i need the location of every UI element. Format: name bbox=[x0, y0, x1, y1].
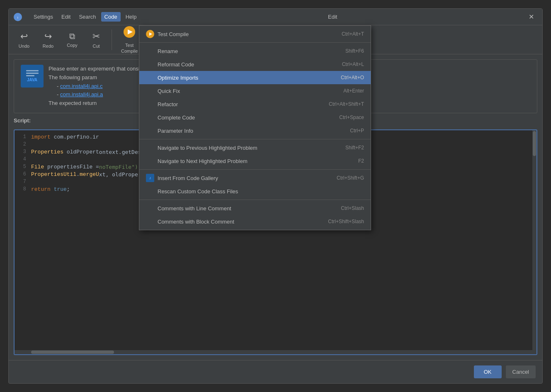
nav-next-shortcut: F2 bbox=[358, 158, 364, 164]
menu-item-quick-fix[interactable]: Quick Fix Alt+Enter bbox=[139, 84, 371, 97]
menu-edit[interactable]: Edit bbox=[58, 12, 74, 22]
block-comment-icon bbox=[146, 217, 154, 226]
refactor-shortcut: Ctrl+Alt+Shift+T bbox=[329, 101, 364, 107]
quick-fix-icon bbox=[146, 87, 154, 95]
dialog-window: i Settings Edit Search Code Help Edit ✕ … bbox=[8, 8, 543, 384]
line-comment-icon bbox=[146, 204, 154, 212]
menu-item-line-comment[interactable]: Comments with Line Comment Ctrl+Slash bbox=[139, 202, 371, 215]
close-button[interactable]: ✕ bbox=[525, 11, 537, 22]
undo-icon: ↩ bbox=[20, 31, 28, 42]
insert-gallery-shortcut: Ctrl+Shift+G bbox=[337, 175, 364, 181]
rename-label: Rename bbox=[158, 48, 337, 54]
menu-code[interactable]: Code bbox=[101, 12, 121, 22]
optimize-label: Optimize Imports bbox=[158, 75, 333, 81]
java-label: JAVA bbox=[27, 78, 37, 82]
desc-link2[interactable]: com.install4j.api.a bbox=[60, 91, 103, 97]
menu-item-parameter-info[interactable]: Parameter Info Ctrl+P bbox=[139, 124, 371, 137]
app-icon: i bbox=[14, 13, 22, 21]
undo-button[interactable]: ↩ Undo bbox=[14, 29, 34, 51]
reformat-label: Reformat Code bbox=[158, 61, 334, 68]
menu-item-rescan[interactable]: Rescan Custom Code Class Files bbox=[139, 185, 371, 198]
complete-code-label: Complete Code bbox=[158, 114, 331, 121]
rename-shortcut: Shift+F6 bbox=[345, 48, 364, 54]
menu-item-rename[interactable]: Rename Shift+F6 bbox=[139, 44, 371, 58]
cut-label: Cut bbox=[92, 44, 100, 49]
doc-line-3 bbox=[26, 75, 34, 76]
code-content-1: import com.perfino.ir bbox=[31, 134, 99, 141]
refactor-icon bbox=[146, 100, 154, 108]
undo-label: Undo bbox=[19, 44, 29, 49]
test-compile-menu-label: Test Compile bbox=[158, 31, 333, 37]
test-compile-button[interactable]: Test Compile bbox=[117, 23, 142, 56]
menu-item-test-compile[interactable]: Test Compile Ctrl+Alt+T bbox=[139, 27, 371, 41]
bottom-bar: OK Cancel bbox=[9, 360, 542, 383]
svg-text:i: i bbox=[17, 16, 18, 19]
redo-icon: ↪ bbox=[44, 31, 52, 42]
parameter-info-label: Parameter Info bbox=[158, 128, 342, 134]
optimize-icon bbox=[146, 73, 154, 82]
menu-section-4: J Insert From Code Gallery Ctrl+Shift+G … bbox=[139, 170, 371, 200]
menu-item-complete-code[interactable]: Complete Code Ctrl+Space bbox=[139, 111, 371, 124]
toolbar-separator bbox=[112, 29, 112, 50]
menu-item-refactor[interactable]: Refactor Ctrl+Alt+Shift+T bbox=[139, 97, 371, 111]
vertical-scrollbar[interactable] bbox=[532, 130, 536, 354]
h-scroll-thumb[interactable] bbox=[31, 351, 114, 354]
reformat-icon bbox=[146, 60, 154, 68]
rescan-label: Rescan Custom Code Class Files bbox=[158, 188, 356, 195]
copy-label: Copy bbox=[67, 43, 78, 48]
menu-section-5: Comments with Line Comment Ctrl+Slash Co… bbox=[139, 200, 371, 230]
redo-button[interactable]: ↪ Redo bbox=[38, 29, 58, 51]
menu-search[interactable]: Search bbox=[75, 12, 99, 22]
dropdown-menu[interactable]: Test Compile Ctrl+Alt+T Rename Shift+F6 … bbox=[139, 25, 371, 230]
refactor-label: Refactor bbox=[158, 101, 320, 107]
reformat-shortcut: Ctrl+Alt+L bbox=[342, 61, 364, 67]
desc-link1[interactable]: com.install4j.api.c bbox=[60, 83, 103, 89]
rename-icon bbox=[146, 47, 154, 55]
nav-next-icon bbox=[146, 157, 154, 165]
redo-label: Redo bbox=[43, 44, 53, 49]
nav-next-label: Navigate to Next Highlighted Problem bbox=[158, 158, 350, 164]
menu-settings[interactable]: Settings bbox=[30, 12, 56, 22]
menu-item-insert-gallery[interactable]: J Insert From Code Gallery Ctrl+Shift+G bbox=[139, 171, 371, 185]
line-comment-label: Comments with Line Comment bbox=[158, 205, 333, 212]
cut-icon: ✂ bbox=[92, 31, 100, 42]
complete-code-icon bbox=[146, 113, 154, 122]
nav-prev-shortcut: Shift+F2 bbox=[345, 145, 364, 151]
menu-help[interactable]: Help bbox=[122, 12, 140, 22]
title-bar-left: i Settings Edit Search Code Help bbox=[14, 12, 140, 22]
cancel-button[interactable]: Cancel bbox=[506, 365, 536, 378]
cut-button[interactable]: ✂ Cut bbox=[86, 29, 107, 51]
quick-fix-label: Quick Fix bbox=[158, 88, 335, 94]
code-content-6: PropertiesUtil.mergeU bbox=[31, 171, 99, 178]
test-compile-icon bbox=[123, 25, 136, 41]
line-num-6: 6 bbox=[18, 171, 26, 178]
menu-bar: Settings Edit Search Code Help bbox=[30, 12, 140, 22]
ok-button[interactable]: OK bbox=[474, 365, 502, 378]
java-icon: JAVA bbox=[21, 65, 44, 88]
doc-line-1 bbox=[26, 70, 39, 71]
copy-icon: ⧉ bbox=[69, 32, 75, 41]
line-num-1: 1 bbox=[18, 134, 26, 141]
menu-section-1: Test Compile Ctrl+Alt+T bbox=[139, 26, 371, 43]
dialog-title: Edit bbox=[328, 14, 337, 20]
menu-item-nav-prev[interactable]: Navigate to Previous Highlighted Problem… bbox=[139, 141, 371, 154]
line-num-4: 4 bbox=[18, 156, 26, 163]
menu-item-optimize-imports[interactable]: Optimize Imports Ctrl+Alt+O bbox=[139, 71, 371, 84]
menu-item-block-comment[interactable]: Comments with Block Comment Ctrl+Shift+S… bbox=[139, 215, 371, 228]
test-compile-label: Test Compile bbox=[121, 43, 138, 54]
scroll-thumb[interactable] bbox=[533, 131, 536, 156]
line-num-8: 8 bbox=[18, 186, 26, 193]
code-content-5: File propertiesFile = bbox=[31, 164, 99, 170]
menu-item-nav-next[interactable]: Navigate to Next Highlighted Problem F2 bbox=[139, 154, 371, 168]
line-num-2: 2 bbox=[18, 141, 26, 148]
horizontal-scrollbar[interactable] bbox=[15, 350, 536, 354]
copy-button[interactable]: ⧉ Copy bbox=[62, 29, 83, 50]
line-comment-shortcut: Ctrl+Slash bbox=[341, 205, 364, 211]
code-content-3: Properties oldPropert bbox=[31, 149, 99, 156]
doc-lines bbox=[26, 70, 39, 76]
quick-fix-shortcut: Alt+Enter bbox=[343, 88, 364, 94]
menu-section-2: Rename Shift+F6 Reformat Code Ctrl+Alt+L… bbox=[139, 43, 371, 139]
block-comment-shortcut: Ctrl+Shift+Slash bbox=[328, 219, 364, 224]
menu-item-reformat[interactable]: Reformat Code Ctrl+Alt+L bbox=[139, 58, 371, 71]
rescan-icon bbox=[146, 187, 154, 195]
